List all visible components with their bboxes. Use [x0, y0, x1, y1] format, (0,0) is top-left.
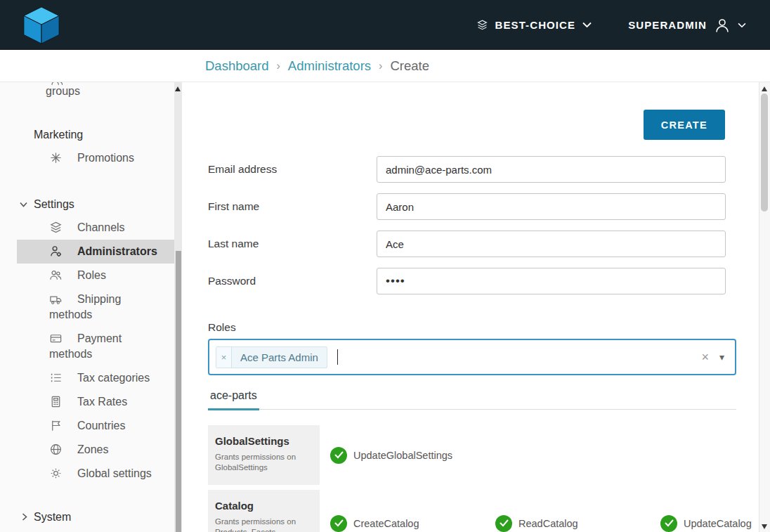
- permission-group-header: Catalog Grants permissions on Products, …: [208, 490, 320, 532]
- layers-icon: [476, 19, 488, 31]
- user-menu[interactable]: SUPERADMIN: [628, 17, 746, 34]
- scrollbar-thumb[interactable]: [761, 93, 768, 212]
- permission-group-header: GlobalSettings Grants permissions on Glo…: [208, 425, 320, 485]
- topbar: BEST-CHOICE SUPERADMIN: [0, 0, 770, 50]
- permission-label: ReadCatalog: [518, 518, 578, 529]
- breadcrumb-create: Create: [390, 58, 429, 74]
- truck-icon: [49, 292, 63, 306]
- scroll-down-arrow[interactable]: [762, 524, 767, 529]
- permission-group-description: Grants permissions on Products, Facets: [215, 517, 311, 532]
- permission-toggle-updatecatalog[interactable]: UpdateCatalog: [660, 515, 759, 532]
- create-button[interactable]: CREATE: [644, 110, 725, 140]
- flag-icon: [49, 419, 63, 432]
- permission-toggle-updateglobalsettings[interactable]: UpdateGlobalSettings: [330, 447, 495, 464]
- permission-toggle-createcatalog[interactable]: CreateCatalog: [330, 515, 495, 532]
- role-chip: × Ace Parts Admin: [216, 346, 327, 368]
- check-icon: [660, 515, 677, 532]
- section-settings[interactable]: Settings: [0, 197, 174, 212]
- first-name-input[interactable]: [377, 193, 726, 220]
- check-icon: [495, 515, 512, 532]
- tab-ace-parts[interactable]: ace-parts: [208, 389, 259, 410]
- roles-select[interactable]: × Ace Parts Admin × ▾: [208, 339, 736, 375]
- sidebar-item-label: Global settings: [77, 467, 152, 479]
- channel-label: BEST-CHOICE: [495, 19, 576, 31]
- permissions-table: GlobalSettings Grants permissions on Glo…: [208, 425, 736, 532]
- last-name-label: Last name: [208, 238, 377, 250]
- text-cursor: [337, 349, 338, 365]
- promotions-asterisk-icon: [49, 151, 63, 164]
- breadcrumb-administrators[interactable]: Administrators: [288, 58, 371, 74]
- password-input[interactable]: [377, 268, 726, 294]
- last-name-input[interactable]: [377, 231, 726, 257]
- administrator-form: Email address First name Last name Passw…: [208, 156, 726, 305]
- main-content: CREATE Email address First name Last nam…: [183, 82, 759, 532]
- section-system[interactable]: System: [0, 510, 174, 525]
- user-label: SUPERADMIN: [628, 19, 707, 31]
- permission-label: UpdateCatalog: [684, 518, 752, 529]
- section-marketing[interactable]: Marketing: [0, 127, 174, 143]
- chevron-down-icon[interactable]: ▾: [719, 352, 724, 362]
- breadcrumb-separator: ›: [379, 60, 382, 72]
- app-logo[interactable]: [21, 6, 62, 45]
- user-gear-icon: [49, 245, 63, 258]
- clear-icon[interactable]: ×: [701, 351, 709, 363]
- sidebar-item-global-settings[interactable]: Global settings: [17, 462, 174, 486]
- user-icon: [714, 17, 731, 34]
- breadcrumb-separator: ›: [277, 60, 280, 72]
- channel-switcher[interactable]: BEST-CHOICE: [476, 19, 592, 31]
- sidebar-item-administrators[interactable]: Administrators: [17, 240, 174, 264]
- form-row-first-name: First name: [208, 193, 726, 220]
- form-row-password: Password: [208, 268, 726, 294]
- sidebar-item-label: Tax Rates: [77, 396, 127, 408]
- list-icon: [49, 371, 63, 384]
- sidebar-item-shipping-methods[interactable]: Shipping methods: [17, 287, 174, 327]
- permission-group-name: GlobalSettings: [215, 435, 311, 447]
- chevron-down-icon: [20, 202, 27, 207]
- section-title-label: System: [34, 511, 71, 523]
- breadcrumb-dashboard[interactable]: Dashboard: [205, 58, 269, 74]
- sidebar-item-promotions[interactable]: Promotions: [17, 146, 174, 170]
- permission-group-description: Grants permissions on GlobalSettings: [215, 452, 311, 473]
- cube-logo-icon: [21, 6, 62, 45]
- users-icon: [49, 268, 63, 282]
- scrollbar-thumb[interactable]: [176, 251, 181, 532]
- permission-label: UpdateGlobalSettings: [353, 450, 452, 461]
- chip-remove-icon[interactable]: ×: [216, 347, 232, 368]
- main-scrollbar[interactable]: [759, 82, 770, 532]
- section-title-label: Marketing: [34, 129, 83, 141]
- email-label: Email address: [208, 163, 377, 176]
- sidebar-item-channels[interactable]: Channels: [17, 216, 174, 240]
- sidebar-item-zones[interactable]: Zones: [17, 438, 174, 462]
- password-label: Password: [208, 275, 377, 287]
- check-icon: [330, 515, 347, 532]
- scroll-up-arrow[interactable]: [762, 86, 767, 91]
- layers-icon: [49, 221, 63, 234]
- sidebar-item-label: Channels: [77, 221, 125, 233]
- form-row-last-name: Last name: [208, 231, 726, 257]
- sidebar-item-tax-categories[interactable]: Tax categories: [17, 366, 174, 390]
- permission-row-globalsettings: GlobalSettings Grants permissions on Glo…: [208, 425, 736, 485]
- permission-group-name: Catalog: [215, 500, 311, 512]
- sidebar-item-countries[interactable]: Countries: [17, 414, 174, 438]
- sidebar-item-payment-methods[interactable]: Payment methods: [17, 327, 174, 366]
- chevron-right-icon: [22, 513, 27, 521]
- sidebar-item-tax-rates[interactable]: Tax Rates: [17, 390, 174, 414]
- credit-card-icon: [49, 332, 63, 345]
- form-row-email: Email address: [208, 156, 726, 183]
- sidebar-item-label: Promotions: [77, 152, 134, 164]
- roles-label: Roles: [208, 321, 736, 334]
- permission-row-catalog: Catalog Grants permissions on Products, …: [208, 490, 736, 532]
- sidebar-item-label: Countries: [77, 420, 125, 432]
- check-icon: [330, 447, 347, 464]
- sidebar-item-label: Zones: [77, 443, 108, 455]
- select-controls: × ▾: [701, 351, 724, 363]
- email-input[interactable]: [377, 156, 726, 183]
- chevron-down-icon: [738, 22, 746, 28]
- sidebar-item-customer-groups[interactable]: groups: [0, 82, 174, 100]
- permission-toggle-readcatalog[interactable]: ReadCatalog: [495, 515, 660, 532]
- permission-label: CreateCatalog: [353, 518, 419, 529]
- sidebar-scrollbar[interactable]: [174, 82, 182, 532]
- sidebar-item-label: groups: [46, 85, 80, 98]
- scroll-up-arrow[interactable]: [175, 86, 181, 91]
- sidebar-item-roles[interactable]: Roles: [17, 264, 174, 287]
